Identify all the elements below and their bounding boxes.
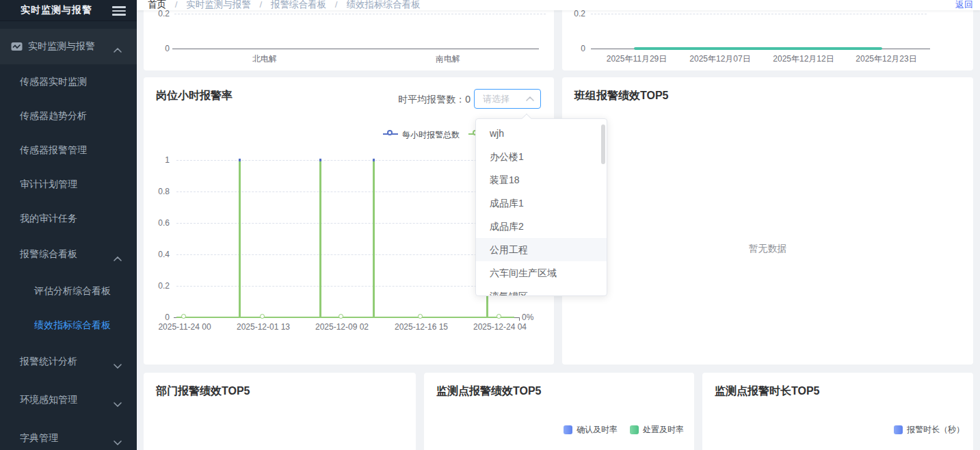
x-axis-line bbox=[172, 49, 539, 49]
sidebar-item-sensor-alarm-mgmt[interactable]: 传感器报警管理 bbox=[0, 133, 137, 168]
select-placeholder: 请选择 bbox=[483, 93, 526, 105]
sidebar-item-label: 报警统计分析 bbox=[20, 356, 77, 368]
dropdown-option[interactable]: 成品库1 bbox=[476, 191, 607, 215]
sidebar-item-audit-plan[interactable]: 审计计划管理 bbox=[0, 168, 137, 202]
hamburger-icon[interactable] bbox=[112, 4, 126, 16]
dropdown-scrollbar-thumb[interactable] bbox=[601, 124, 605, 164]
x-tick: 2025-11-24 00 bbox=[147, 322, 222, 332]
sidebar-item-label: 报警综合看板 bbox=[20, 248, 77, 261]
legend-swatch-blue bbox=[564, 425, 572, 434]
legend-swatch-blue bbox=[894, 425, 903, 434]
dropdown-option[interactable]: 六车间生产区域 bbox=[476, 261, 607, 284]
gridline bbox=[176, 223, 514, 224]
y-tick: 0.8 bbox=[144, 187, 170, 196]
card-title: 岗位小时报警率 bbox=[156, 89, 233, 103]
monitor-icon bbox=[11, 42, 23, 52]
station-select[interactable]: 请选择 bbox=[474, 89, 541, 109]
breadcrumb-home[interactable]: 首页 bbox=[148, 0, 166, 10]
dropdown-option-hovered[interactable]: 公用工程 bbox=[476, 238, 607, 261]
chevron-down-icon bbox=[114, 436, 122, 447]
x-tick: 2025-12-16 15 bbox=[384, 322, 459, 332]
spike-green bbox=[319, 161, 321, 317]
sidebar-header: 实时监测与报警 bbox=[0, 0, 137, 21]
sidebar-item-env-sense-mgmt[interactable]: 环境感知管理 bbox=[0, 383, 137, 417]
data-marker bbox=[181, 314, 186, 319]
y-tick: 0.4 bbox=[144, 250, 170, 259]
data-marker bbox=[418, 314, 423, 319]
sidebar-item-realtime-monitor-alarm[interactable]: 实时监测与报警 bbox=[0, 29, 137, 64]
chevron-down-icon bbox=[114, 398, 122, 409]
x-tick: 北电解 bbox=[224, 54, 306, 64]
card-point-alarm-top5: 监测点报警绩效TOP5 确认及时率 处置及时率 bbox=[424, 373, 694, 450]
legend-swatch-green bbox=[630, 425, 639, 434]
data-marker bbox=[339, 314, 343, 319]
breadcrumb-separator: / bbox=[260, 0, 263, 10]
green-baseline bbox=[176, 317, 514, 318]
legend-dot-blue bbox=[387, 130, 393, 135]
teal-series-line bbox=[634, 47, 882, 50]
sidebar-item-sensor-trend[interactable]: 传感器趋势分析 bbox=[0, 99, 137, 133]
legend-label: 确认及时率 bbox=[577, 424, 618, 436]
card-title: 监测点报警绩效TOP5 bbox=[436, 384, 542, 399]
dropdown-option[interactable]: 办公楼1 bbox=[476, 145, 607, 168]
y-tick: 0 bbox=[144, 313, 170, 322]
sidebar-item-label: 传感器实时监测 bbox=[20, 76, 87, 88]
y-tick: 0.2 bbox=[144, 9, 170, 18]
gridline bbox=[176, 254, 514, 255]
y-tick: 0.2 bbox=[562, 9, 585, 18]
legend-item[interactable]: 确认及时率 bbox=[564, 424, 618, 436]
breadcrumb-item: 绩效指标综合看板 bbox=[346, 0, 420, 10]
sidebar-item-dict-mgmt[interactable]: 字典管理 bbox=[0, 421, 137, 450]
dropdown-option[interactable]: 装置18 bbox=[476, 168, 607, 191]
breadcrumb-separator: / bbox=[175, 0, 178, 10]
legend-item[interactable]: 报警时长（秒） bbox=[894, 424, 964, 436]
legend: 确认及时率 处置及时率 bbox=[564, 424, 684, 436]
y-tick: 1 bbox=[144, 155, 170, 165]
x-tick: 2025年11月29日 bbox=[596, 54, 678, 64]
legend-item[interactable]: 处置及时率 bbox=[630, 424, 684, 436]
spike-green bbox=[239, 161, 241, 317]
gridline bbox=[176, 191, 514, 192]
card-title: 部门报警绩效TOP5 bbox=[156, 384, 250, 399]
gridline bbox=[176, 286, 514, 287]
sidebar-item-label: 实时监测与报警 bbox=[28, 40, 95, 53]
legend-label: 报警时长（秒） bbox=[907, 424, 964, 436]
sidebar-item-label: 审计计划管理 bbox=[20, 178, 77, 191]
chevron-down-icon bbox=[114, 360, 122, 371]
gridline bbox=[176, 160, 514, 161]
sidebar-item-my-audit-tasks[interactable]: 我的审计任务 bbox=[0, 202, 137, 236]
right-axis-tick bbox=[519, 317, 520, 321]
sidebar-item-kpi-dashboard[interactable]: 绩效指标综合看板 bbox=[0, 308, 137, 343]
gridline bbox=[591, 14, 927, 14]
stat-value: 0 bbox=[465, 94, 471, 105]
x-tick: 2025-12-01 13 bbox=[226, 322, 301, 332]
dropdown-option[interactable]: 液氯罐区 bbox=[476, 284, 607, 296]
sidebar-item-alarm-statistics[interactable]: 报警统计分析 bbox=[0, 345, 137, 379]
sidebar-item-sensor-realtime[interactable]: 传感器实时监测 bbox=[0, 65, 137, 99]
x-tick: 2025年12月12日 bbox=[763, 54, 845, 64]
dropdown-option[interactable]: wjh bbox=[476, 122, 607, 145]
chevron-up-icon bbox=[114, 44, 122, 55]
card-top-left-chart: 0.2 0 北电解 南电解 bbox=[144, 0, 554, 70]
x-tick: 南电解 bbox=[407, 54, 489, 64]
sidebar-item-label: 字典管理 bbox=[20, 432, 58, 445]
sidebar-item-label: 我的审计任务 bbox=[20, 213, 77, 225]
y-tick: 0 bbox=[562, 44, 585, 53]
sidebar: 实时监测与报警 实时监测与报警 传感器实时监测 传感器趋势分析 传感器报警管理 … bbox=[0, 0, 137, 450]
sidebar-item-alarm-dashboard[interactable]: 报警综合看板 bbox=[0, 237, 137, 272]
dropdown-option[interactable]: 成品库2 bbox=[476, 215, 607, 238]
sidebar-item-label: 评估分析综合看板 bbox=[34, 285, 111, 297]
data-marker bbox=[496, 314, 501, 319]
back-link[interactable]: 返回 bbox=[955, 0, 973, 10]
card-top-right-chart: 0.2 0 2025年11月29日 2025年12月07日 2025年12月12… bbox=[562, 0, 973, 70]
breadcrumb-item[interactable]: 报警综合看板 bbox=[271, 0, 326, 10]
card-title: 监测点报警时长TOP5 bbox=[715, 384, 820, 399]
sidebar-item-label: 绩效指标综合看板 bbox=[34, 319, 111, 332]
legend-label[interactable]: 每小时报警总数 bbox=[402, 129, 460, 141]
spike-green bbox=[373, 161, 375, 317]
breadcrumb-item[interactable]: 实时监测与报警 bbox=[186, 0, 251, 10]
y-tick: 0.2 bbox=[144, 281, 170, 291]
sidebar-item-eval-analysis-dashboard[interactable]: 评估分析综合看板 bbox=[0, 274, 137, 308]
x-tick: 2025年12月23日 bbox=[845, 54, 927, 64]
chevron-up-icon bbox=[526, 96, 534, 101]
